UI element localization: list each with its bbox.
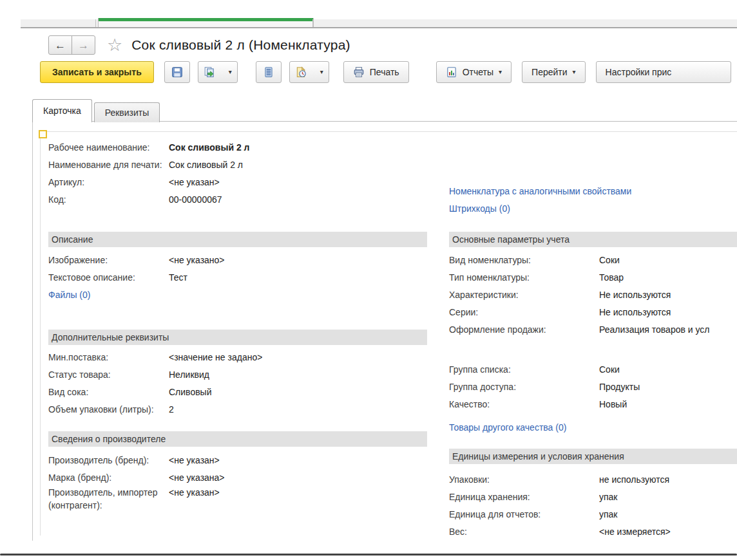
go-to-button[interactable]: Перейти ▾ — [522, 61, 586, 83]
field-label: Изображение: — [48, 255, 169, 265]
field-value: Новый — [599, 399, 627, 409]
field-value: Соки — [599, 364, 620, 375]
section-header-units: Единицы измерения и условия хранения — [449, 449, 737, 464]
link-similar-nomenclature[interactable]: Номенклатура с аналогичными свойствами — [449, 186, 631, 196]
section-header-additional: Дополнительные реквизиты — [48, 330, 427, 345]
print-button[interactable]: Печать — [343, 61, 409, 83]
tab-details[interactable]: Реквизиты — [94, 102, 160, 122]
save-and-close-button[interactable]: Записать и закрыть — [40, 61, 154, 83]
field-value: Сок сливовый 2 л — [169, 160, 243, 170]
field-label: Марка (бренд): — [48, 472, 169, 483]
field-working-name: Рабочее наименование: Сок сливовый 2 л — [48, 138, 427, 156]
active-window-tab[interactable] — [98, 18, 314, 27]
field-product-status: Статус товара: Неликвид — [48, 366, 427, 383]
link-other-quality-goods[interactable]: Товары другого качества (0) — [449, 422, 566, 433]
bar-chart-document-icon — [446, 66, 457, 78]
field-label: Рабочее наименование: — [48, 142, 169, 153]
field-text-description: Текстовое описание: Тест — [48, 268, 427, 286]
go-to-button-label: Перейти — [531, 67, 567, 77]
history-button[interactable]: ▾ — [289, 61, 329, 83]
list-document-icon — [263, 66, 274, 78]
reports-button[interactable]: Отчеты ▾ — [436, 61, 512, 83]
caret-down-icon: ▾ — [499, 69, 502, 75]
window-bottom-edge — [0, 554, 737, 555]
field-value: 00-00000067 — [169, 194, 222, 205]
field-package-volume: Объем упаковки (литры): 2 — [48, 400, 427, 418]
active-window-tab-indicator — [99, 18, 313, 21]
tab-card[interactable]: Карточка — [32, 99, 92, 122]
floppy-disk-icon — [171, 66, 183, 78]
field-manufacturer-brand: Производитель (бренд): <не указан> — [48, 451, 427, 469]
field-value: Соки — [599, 255, 620, 265]
field-value: <не указано> — [169, 255, 225, 265]
field-value: Сливовый — [169, 387, 212, 397]
field-label: Группа списка: — [449, 364, 599, 375]
navigation-row: ← → ☆ Сок сливовый 2 л (Номенклатура) — [48, 35, 350, 55]
printer-icon — [353, 66, 365, 78]
link-files[interactable]: Файлы (0) — [48, 290, 90, 300]
field-value: <не указан> — [169, 486, 220, 499]
field-nomenclature-type: Тип номенклатуры: Товар — [449, 268, 737, 286]
form-tab-bar: Карточка Реквизиты — [32, 99, 162, 122]
field-value: упак — [599, 509, 618, 519]
assignment-settings-label: Настройки прис — [606, 67, 672, 77]
field-value: <не измеряется> — [599, 527, 671, 537]
back-button[interactable]: ← — [48, 35, 72, 55]
field-characteristics: Характеристики: Не используются — [449, 286, 737, 303]
field-value: <не указан> — [169, 455, 220, 465]
print-button-label: Печать — [370, 67, 399, 77]
field-value: упак — [599, 492, 618, 502]
similar-link-row: Номенклатура с аналогичными свойствами — [449, 182, 737, 200]
section-header-accounting: Основные параметры учета — [449, 232, 737, 247]
save-button[interactable] — [164, 61, 190, 83]
field-label: Тип номенклатуры: — [449, 272, 599, 283]
panel-left-border — [40, 131, 41, 536]
other-quality-link-row: Товары другого качества (0) — [449, 418, 737, 436]
form-title: Сок сливовый 2 л (Номенклатура) — [131, 37, 350, 53]
field-mark-brand: Марка (бренд): <не указана> — [48, 469, 427, 486]
field-label: Производитель (бренд): — [48, 455, 169, 465]
section-header-manufacturer: Сведения о производителе — [48, 431, 427, 447]
field-report-unit: Единица для отчетов: упак — [449, 505, 737, 523]
field-label: Мин.поставка: — [48, 352, 169, 362]
field-label: Качество: — [449, 399, 599, 409]
section-header-description: Описание — [48, 232, 427, 247]
field-label: Наименование для печати: — [48, 160, 169, 170]
caret-down-icon: ▾ — [573, 69, 576, 75]
field-image: Изображение: <не указано> — [48, 251, 427, 268]
field-label: Серии: — [449, 307, 599, 317]
copy-documents-icon — [204, 66, 215, 78]
form-anchor-marker — [39, 130, 47, 138]
link-barcodes[interactable]: Штрихкоды (0) — [449, 203, 510, 214]
field-label: Текстовое описание: — [48, 272, 169, 283]
field-label: Упаковки: — [449, 474, 599, 485]
field-value: не используются — [599, 474, 669, 485]
window-tab-divider — [95, 19, 96, 27]
field-series: Серии: Не используются — [449, 303, 737, 321]
field-code: Код: 00-00000067 — [48, 191, 427, 208]
field-print-name: Наименование для печати: Сок сливовый 2 … — [48, 156, 427, 173]
field-weight: Вес: <не измеряется> — [449, 523, 737, 540]
command-bar: Записать и закрыть ▾ ▾ Печать Отчеты ▾ П… — [40, 61, 731, 83]
list-button[interactable] — [256, 61, 282, 83]
field-sale-registration: Оформление продажи: Реализация товаров и… — [449, 321, 737, 338]
field-storage-unit: Единица хранения: упак — [449, 488, 737, 505]
assignment-settings-button[interactable]: Настройки прис — [596, 61, 731, 83]
window-tab-divider — [312, 19, 313, 27]
field-label: Объем упаковки (литры): — [48, 404, 169, 415]
field-nomenclature-kind: Вид номенклатуры: Соки — [449, 251, 737, 268]
field-label: Вес: — [449, 527, 599, 537]
field-value: Тест — [169, 272, 187, 283]
field-label: Вид сока: — [48, 387, 169, 397]
files-link-row: Файлы (0) — [48, 286, 427, 303]
field-value: Неликвид — [169, 369, 209, 380]
field-list-group: Группа списка: Соки — [449, 360, 737, 378]
forward-button[interactable]: → — [72, 35, 95, 55]
field-value: Не используются — [599, 290, 671, 300]
field-value: 2 — [169, 404, 174, 415]
right-column: Номенклатура с аналогичными свойствами Ш… — [449, 182, 737, 540]
copy-button[interactable]: ▾ — [198, 61, 238, 83]
favorites-star-icon[interactable]: ☆ — [107, 35, 122, 55]
field-label: Статус товара: — [48, 369, 169, 380]
field-access-group: Группа доступа: Продукты — [449, 378, 737, 395]
